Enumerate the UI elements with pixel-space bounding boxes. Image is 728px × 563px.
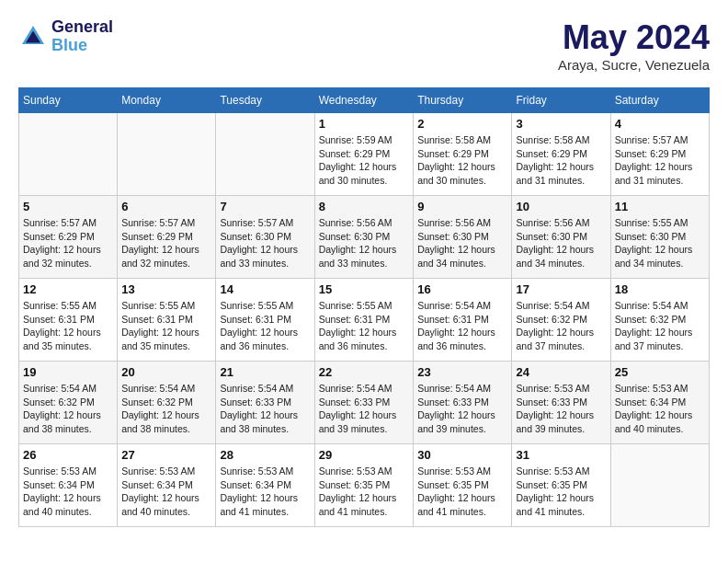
day-info: Sunrise: 5:54 AMSunset: 6:31 PMDaylight:… [417, 299, 507, 353]
day-of-week-header: Saturday [610, 88, 709, 113]
day-info: Sunrise: 5:57 AMSunset: 6:29 PMDaylight:… [121, 216, 211, 270]
day-number: 25 [615, 365, 705, 379]
calendar-cell: 8Sunrise: 5:56 AMSunset: 6:30 PMDaylight… [314, 196, 414, 279]
calendar-week-row: 5Sunrise: 5:57 AMSunset: 6:29 PMDaylight… [19, 196, 710, 279]
day-info: Sunrise: 5:54 AMSunset: 6:32 PMDaylight:… [615, 299, 705, 353]
day-number: 20 [121, 365, 211, 379]
day-number: 15 [319, 282, 410, 296]
day-info: Sunrise: 5:53 AMSunset: 6:35 PMDaylight:… [417, 465, 507, 519]
calendar-cell: 11Sunrise: 5:55 AMSunset: 6:30 PMDayligh… [610, 196, 709, 279]
day-number: 6 [121, 200, 211, 213]
day-info: Sunrise: 5:54 AMSunset: 6:33 PMDaylight:… [220, 382, 310, 436]
day-number: 27 [121, 448, 211, 462]
calendar-cell: 2Sunrise: 5:58 AMSunset: 6:29 PMDaylight… [414, 113, 512, 196]
day-info: Sunrise: 5:57 AMSunset: 6:29 PMDaylight:… [23, 216, 113, 270]
day-info: Sunrise: 5:55 AMSunset: 6:31 PMDaylight:… [319, 299, 410, 353]
calendar-week-row: 12Sunrise: 5:55 AMSunset: 6:31 PMDayligh… [19, 279, 710, 362]
calendar-cell: 7Sunrise: 5:57 AMSunset: 6:30 PMDaylight… [216, 196, 314, 279]
day-number: 5 [23, 200, 113, 213]
calendar-cell: 14Sunrise: 5:55 AMSunset: 6:31 PMDayligh… [216, 279, 314, 362]
calendar-cell: 5Sunrise: 5:57 AMSunset: 6:29 PMDaylight… [19, 196, 118, 279]
day-info: Sunrise: 5:56 AMSunset: 6:30 PMDaylight:… [516, 216, 606, 270]
calendar-cell: 19Sunrise: 5:54 AMSunset: 6:32 PMDayligh… [19, 362, 118, 444]
day-number: 21 [220, 365, 310, 379]
day-info: Sunrise: 5:54 AMSunset: 6:32 PMDaylight:… [121, 382, 211, 436]
day-info: Sunrise: 5:53 AMSunset: 6:34 PMDaylight:… [615, 382, 705, 436]
calendar-cell: 20Sunrise: 5:54 AMSunset: 6:32 PMDayligh… [118, 362, 216, 444]
day-number: 4 [615, 117, 705, 131]
day-number: 11 [615, 200, 705, 213]
calendar-cell: 12Sunrise: 5:55 AMSunset: 6:31 PMDayligh… [19, 279, 118, 362]
month-title: May 2024 [558, 18, 710, 57]
day-info: Sunrise: 5:57 AMSunset: 6:29 PMDaylight:… [615, 133, 705, 188]
calendar-cell: 25Sunrise: 5:53 AMSunset: 6:34 PMDayligh… [610, 362, 709, 444]
day-number: 23 [417, 365, 507, 379]
day-number: 24 [516, 365, 606, 379]
calendar-cell [118, 113, 216, 196]
day-of-week-header: Friday [512, 88, 610, 113]
day-of-week-header: Monday [118, 88, 216, 113]
calendar-header-row: SundayMondayTuesdayWednesdayThursdayFrid… [19, 88, 710, 113]
calendar-cell: 18Sunrise: 5:54 AMSunset: 6:32 PMDayligh… [610, 279, 709, 362]
day-info: Sunrise: 5:54 AMSunset: 6:32 PMDaylight:… [23, 382, 113, 436]
day-of-week-header: Wednesday [314, 88, 414, 113]
calendar-cell: 22Sunrise: 5:54 AMSunset: 6:33 PMDayligh… [314, 362, 414, 444]
page-header: General Blue May 2024 Araya, Sucre, Vene… [18, 18, 710, 73]
day-number: 1 [319, 117, 410, 131]
day-number: 3 [516, 117, 606, 131]
title-block: May 2024 Araya, Sucre, Venezuela [558, 18, 710, 73]
logo: General Blue [18, 18, 113, 55]
day-number: 10 [516, 200, 606, 213]
day-info: Sunrise: 5:53 AMSunset: 6:33 PMDaylight:… [516, 382, 606, 436]
day-info: Sunrise: 5:58 AMSunset: 6:29 PMDaylight:… [417, 133, 507, 188]
day-number: 22 [319, 365, 410, 379]
day-info: Sunrise: 5:55 AMSunset: 6:30 PMDaylight:… [615, 216, 705, 270]
calendar-cell: 3Sunrise: 5:58 AMSunset: 6:29 PMDaylight… [512, 113, 610, 196]
day-of-week-header: Tuesday [216, 88, 314, 113]
calendar-cell: 1Sunrise: 5:59 AMSunset: 6:29 PMDaylight… [314, 113, 414, 196]
day-number: 19 [23, 365, 113, 379]
calendar-cell: 24Sunrise: 5:53 AMSunset: 6:33 PMDayligh… [512, 362, 610, 444]
day-number: 9 [417, 200, 507, 213]
day-number: 31 [516, 448, 606, 462]
day-number: 29 [319, 448, 410, 462]
calendar-week-row: 1Sunrise: 5:59 AMSunset: 6:29 PMDaylight… [19, 113, 710, 196]
location: Araya, Sucre, Venezuela [558, 57, 710, 73]
calendar-cell: 29Sunrise: 5:53 AMSunset: 6:35 PMDayligh… [314, 444, 414, 527]
day-info: Sunrise: 5:55 AMSunset: 6:31 PMDaylight:… [220, 299, 310, 353]
day-number: 13 [121, 282, 211, 296]
day-number: 14 [220, 282, 310, 296]
day-info: Sunrise: 5:56 AMSunset: 6:30 PMDaylight:… [417, 216, 507, 270]
calendar-table: SundayMondayTuesdayWednesdayThursdayFrid… [18, 87, 710, 527]
logo-text: General Blue [51, 18, 113, 55]
calendar-cell: 28Sunrise: 5:53 AMSunset: 6:34 PMDayligh… [216, 444, 314, 527]
calendar-cell [610, 444, 709, 527]
day-number: 30 [417, 448, 507, 462]
calendar-cell: 23Sunrise: 5:54 AMSunset: 6:33 PMDayligh… [414, 362, 512, 444]
day-number: 12 [23, 282, 113, 296]
calendar-cell: 30Sunrise: 5:53 AMSunset: 6:35 PMDayligh… [414, 444, 512, 527]
day-info: Sunrise: 5:53 AMSunset: 6:35 PMDaylight:… [516, 465, 606, 519]
calendar-cell: 6Sunrise: 5:57 AMSunset: 6:29 PMDaylight… [118, 196, 216, 279]
calendar-cell: 15Sunrise: 5:55 AMSunset: 6:31 PMDayligh… [314, 279, 414, 362]
day-info: Sunrise: 5:54 AMSunset: 6:33 PMDaylight:… [417, 382, 507, 436]
calendar-cell [19, 113, 118, 196]
day-info: Sunrise: 5:53 AMSunset: 6:35 PMDaylight:… [319, 465, 410, 519]
day-number: 28 [220, 448, 310, 462]
day-info: Sunrise: 5:53 AMSunset: 6:34 PMDaylight:… [121, 465, 211, 519]
calendar-cell: 4Sunrise: 5:57 AMSunset: 6:29 PMDaylight… [610, 113, 709, 196]
calendar-cell: 13Sunrise: 5:55 AMSunset: 6:31 PMDayligh… [118, 279, 216, 362]
day-number: 18 [615, 282, 705, 296]
day-of-week-header: Sunday [19, 88, 118, 113]
day-info: Sunrise: 5:56 AMSunset: 6:30 PMDaylight:… [319, 216, 410, 270]
day-of-week-header: Thursday [414, 88, 512, 113]
day-info: Sunrise: 5:57 AMSunset: 6:30 PMDaylight:… [220, 216, 310, 270]
calendar-cell: 16Sunrise: 5:54 AMSunset: 6:31 PMDayligh… [414, 279, 512, 362]
calendar-cell: 27Sunrise: 5:53 AMSunset: 6:34 PMDayligh… [118, 444, 216, 527]
calendar-cell: 26Sunrise: 5:53 AMSunset: 6:34 PMDayligh… [19, 444, 118, 527]
calendar-cell: 17Sunrise: 5:54 AMSunset: 6:32 PMDayligh… [512, 279, 610, 362]
calendar-week-row: 26Sunrise: 5:53 AMSunset: 6:34 PMDayligh… [19, 444, 710, 527]
day-info: Sunrise: 5:53 AMSunset: 6:34 PMDaylight:… [23, 465, 113, 519]
day-info: Sunrise: 5:55 AMSunset: 6:31 PMDaylight:… [121, 299, 211, 353]
calendar-cell: 10Sunrise: 5:56 AMSunset: 6:30 PMDayligh… [512, 196, 610, 279]
